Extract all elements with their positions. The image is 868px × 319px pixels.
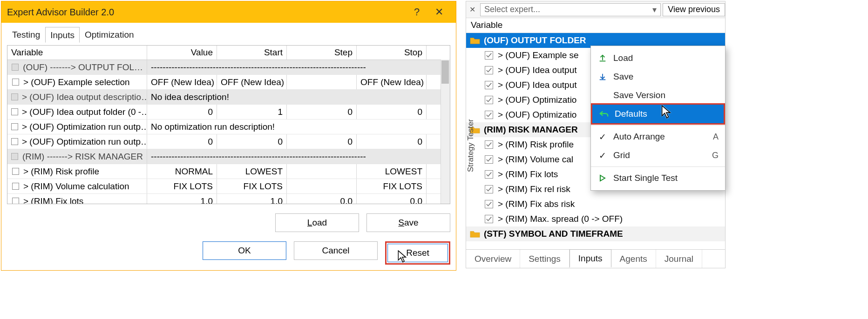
cell-stop[interactable]: OFF (New Idea): [357, 75, 427, 89]
grid-row[interactable]: > (OUF) Optimization run outp…No optimiz…: [7, 120, 450, 134]
tab-optimization[interactable]: Optimization: [80, 27, 139, 42]
tab-overview[interactable]: Overview: [466, 250, 520, 268]
cell-variable[interactable]: > (OUF) Optimization run outp…: [7, 120, 147, 134]
grid-row[interactable]: > (OUF) Example selectionOFF (New Idea)O…: [7, 75, 450, 90]
ctx-start-single-test[interactable]: Start Single Test: [591, 169, 725, 187]
cell-start[interactable]: 0: [217, 134, 287, 149]
cell-stop[interactable]: 0: [357, 134, 427, 149]
grid-row[interactable]: > (RIM) Risk profileNORMALLOWESTLOWEST: [7, 164, 450, 179]
cell-variable[interactable]: > (RIM) Fix lots: [7, 194, 147, 204]
cell-value[interactable]: ----------------------------------------…: [147, 149, 450, 164]
cell-step[interactable]: 0: [287, 105, 357, 119]
tab-testing[interactable]: Testing: [7, 27, 45, 42]
checkbox-icon[interactable]: [485, 215, 493, 223]
checkbox-icon[interactable]: [485, 140, 493, 149]
checkbox-icon[interactable]: [12, 79, 19, 86]
expert-select[interactable]: Select expert... ▾: [480, 3, 661, 16]
cell-variable[interactable]: > (OUF) Example selection: [7, 75, 147, 89]
col-value[interactable]: Value: [147, 46, 217, 60]
cell-start[interactable]: LOWEST: [217, 164, 287, 179]
col-start[interactable]: Start: [217, 46, 287, 60]
cell-start[interactable]: FIX LOTS: [217, 179, 287, 193]
checkbox-icon[interactable]: [485, 200, 493, 208]
col-variable[interactable]: Variable: [7, 46, 147, 60]
grid-scrollbar[interactable]: [441, 60, 450, 204]
cell-start[interactable]: OFF (New Idea): [217, 75, 287, 89]
grid-row[interactable]: > (OUF) Optimization run outp…0000: [7, 134, 450, 149]
ctx-grid[interactable]: ✓ Grid G: [591, 146, 725, 165]
cell-variable[interactable]: > (OUF) Idea output folder (0 -…: [7, 105, 147, 119]
reset-button[interactable]: Reset: [387, 244, 448, 262]
cancel-button[interactable]: Cancel: [294, 241, 378, 260]
tree-group-stf[interactable]: (STF) SYMBOL AND TIMEFRAME: [466, 226, 725, 241]
checkbox-icon[interactable]: [12, 168, 19, 175]
cell-step[interactable]: [287, 75, 357, 89]
tab-journal[interactable]: Journal: [656, 250, 702, 268]
checkbox-icon[interactable]: [485, 170, 493, 179]
tab-agents[interactable]: Agents: [611, 250, 656, 268]
cell-val[interactable]: FIX LOTS: [147, 179, 217, 193]
grid-row[interactable]: > (OUF) Idea output descriptio…No idea d…: [7, 90, 450, 105]
load-button[interactable]: Load: [275, 213, 359, 232]
help-button[interactable]: ?: [406, 1, 428, 23]
variable-column-header[interactable]: Variable: [466, 18, 725, 33]
checkbox-icon[interactable]: [485, 185, 493, 193]
ok-button[interactable]: OK: [203, 241, 286, 260]
cell-value[interactable]: No idea description!: [147, 90, 450, 104]
tab-inputs[interactable]: Inputs: [570, 249, 611, 267]
checkbox-icon[interactable]: [11, 123, 18, 130]
cell-stop[interactable]: FIX LOTS: [357, 179, 427, 193]
checkbox-icon[interactable]: [11, 138, 18, 145]
checkbox-icon[interactable]: [11, 108, 18, 115]
cell-start[interactable]: 1.0: [217, 194, 287, 204]
grid-row[interactable]: > (RIM) Fix lots1.01.00.00.0: [7, 194, 450, 204]
grid-row[interactable]: (RIM) -------> RISK MANAGER-------------…: [7, 149, 450, 164]
cell-value[interactable]: No optimization run description!: [147, 120, 450, 134]
ctx-load[interactable]: Load: [591, 49, 725, 67]
cell-variable[interactable]: (OUF) -------> OUTPUT FOL…: [7, 60, 147, 74]
cell-step[interactable]: 0.0: [287, 194, 357, 204]
close-button[interactable]: ✕: [428, 1, 450, 23]
checkbox-icon[interactable]: [485, 111, 493, 119]
cell-start[interactable]: 1: [217, 105, 287, 119]
grid-row[interactable]: (OUF) -------> OUTPUT FOL…--------------…: [7, 60, 450, 75]
cell-variable[interactable]: > (OUF) Idea output descriptio…: [7, 90, 147, 104]
cell-val[interactable]: 0: [147, 134, 217, 149]
cell-step[interactable]: 0: [287, 134, 357, 149]
checkbox-icon[interactable]: [485, 155, 493, 164]
ctx-save[interactable]: Save: [591, 67, 725, 86]
checkbox-icon[interactable]: [485, 81, 493, 89]
cell-val[interactable]: 0: [147, 105, 217, 119]
ctx-defaults[interactable]: Defaults: [591, 105, 725, 123]
cell-variable[interactable]: > (RIM) Risk profile: [7, 164, 147, 179]
checkbox-icon[interactable]: [12, 183, 19, 190]
col-step[interactable]: Step: [287, 46, 357, 60]
cell-val[interactable]: NORMAL: [147, 164, 217, 179]
context-menu[interactable]: Load Save Save Version Defaults ✓ Auto A…: [590, 46, 726, 191]
cell-variable[interactable]: > (OUF) Optimization run outp…: [7, 134, 147, 149]
checkbox-icon[interactable]: [485, 66, 493, 74]
inputs-grid[interactable]: Variable Value Start Step Stop (OUF) ---…: [7, 45, 450, 204]
grid-scroll-thumb[interactable]: [441, 60, 449, 84]
panel-close-icon[interactable]: ✕: [466, 5, 478, 14]
tab-inputs[interactable]: Inputs: [45, 27, 80, 43]
cell-value[interactable]: ----------------------------------------…: [147, 60, 450, 74]
cell-stop[interactable]: LOWEST: [357, 164, 427, 179]
cell-step[interactable]: [287, 164, 357, 179]
dialog-titlebar[interactable]: Expert Advisor Builder 2.0 ? ✕: [1, 1, 456, 23]
tree-item[interactable]: > (RIM) Max. spread (0 -> OFF): [466, 212, 725, 226]
ctx-auto-arrange[interactable]: ✓ Auto Arrange A: [591, 127, 725, 146]
grid-row[interactable]: > (RIM) Volume calculationFIX LOTSFIX LO…: [7, 179, 450, 194]
cell-stop[interactable]: 0.0: [357, 194, 427, 204]
ctx-save-version[interactable]: Save Version: [591, 86, 725, 105]
cell-val[interactable]: 1.0: [147, 194, 217, 204]
view-previous-button[interactable]: View previous: [663, 3, 725, 16]
tree-item[interactable]: > (RIM) Fix abs risk: [466, 197, 725, 212]
col-stop[interactable]: Stop: [357, 46, 427, 60]
save-button[interactable]: Save: [366, 213, 450, 232]
cell-val[interactable]: OFF (New Idea): [147, 75, 217, 89]
cell-variable[interactable]: (RIM) -------> RISK MANAGER: [7, 149, 147, 164]
checkbox-icon[interactable]: [485, 51, 493, 60]
checkbox-icon[interactable]: [485, 96, 493, 104]
checkbox-icon[interactable]: [12, 198, 19, 204]
